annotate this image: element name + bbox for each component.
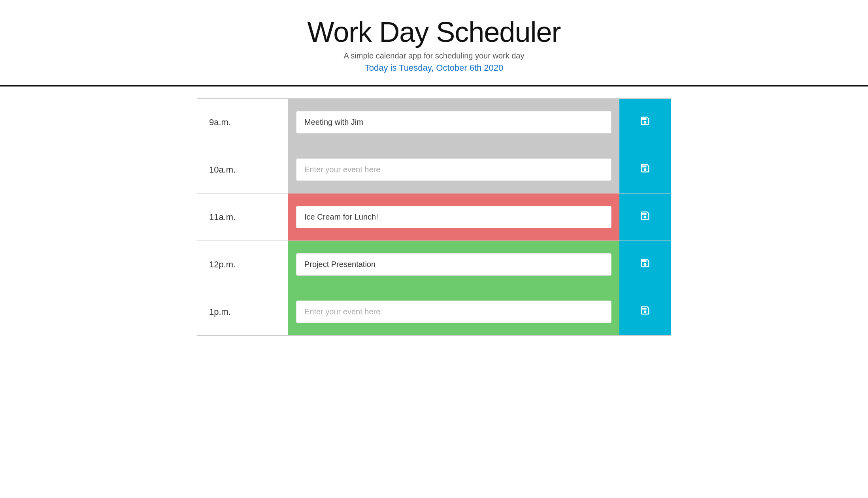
scheduler-container: 9a.m. 10a.m. 11a.m. 12p.m. 1p.m. <box>197 98 671 336</box>
today-date: Today is Tuesday, October 6th 2020 <box>8 63 860 73</box>
save-button-1pm[interactable] <box>619 288 671 335</box>
time-block-11am: 11a.m. <box>197 194 671 241</box>
save-button-9am[interactable] <box>619 99 671 146</box>
event-area-12pm <box>288 241 619 288</box>
save-icon <box>640 115 651 129</box>
save-button-11am[interactable] <box>619 194 671 241</box>
event-input-9am[interactable] <box>296 111 611 133</box>
event-area-10am <box>288 146 619 193</box>
time-label-9am: 9a.m. <box>197 99 288 146</box>
time-block-12pm: 12p.m. <box>197 241 671 288</box>
event-area-1pm <box>288 288 619 335</box>
event-area-11am <box>288 194 619 241</box>
save-icon <box>640 257 651 271</box>
save-icon <box>640 305 651 319</box>
save-button-10am[interactable] <box>619 146 671 193</box>
event-input-11am[interactable] <box>296 206 611 228</box>
time-label-10am: 10a.m. <box>197 146 288 193</box>
time-block-10am: 10a.m. <box>197 146 671 194</box>
save-button-12pm[interactable] <box>619 241 671 288</box>
time-label-11am: 11a.m. <box>197 194 288 241</box>
time-label-12pm: 12p.m. <box>197 241 288 288</box>
event-input-1pm[interactable] <box>296 301 611 323</box>
page-header: Work Day Scheduler A simple calendar app… <box>0 0 868 86</box>
time-label-1pm: 1p.m. <box>197 288 288 335</box>
time-block-9am: 9a.m. <box>197 99 671 146</box>
save-icon <box>640 163 651 177</box>
page-title: Work Day Scheduler <box>8 16 860 48</box>
time-block-1pm: 1p.m. <box>197 288 671 336</box>
save-icon <box>640 210 651 224</box>
event-area-9am <box>288 99 619 146</box>
subtitle: A simple calendar app for scheduling you… <box>8 51 860 60</box>
event-input-12pm[interactable] <box>296 253 611 276</box>
event-input-10am[interactable] <box>296 158 611 181</box>
